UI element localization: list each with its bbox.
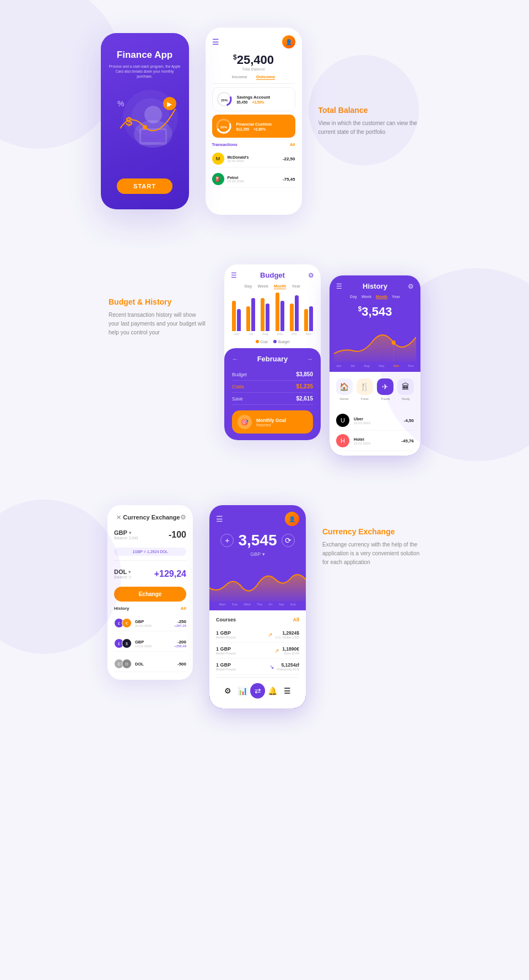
monthly-goal-button[interactable]: 🎯 Monthly Goal Reached: [232, 410, 313, 434]
hotel-transaction[interactable]: H Hotel 22.02.2020 -45,76: [336, 431, 414, 451]
course-item-usd[interactable]: 1 GBP British Pound ↗ 1,2924$ U.S. Dolla…: [216, 627, 299, 643]
app-subtitle: Process and a cash-back program, the App…: [109, 64, 181, 79]
exchange-rate-bar: 1GBP = 1,2924 DOL: [114, 548, 186, 556]
tab-outcome[interactable]: Outcome: [256, 74, 276, 80]
trend-down-icon: ↘: [269, 664, 274, 670]
history-tabs: Day Week Month Year: [330, 295, 420, 302]
cushion-account-row[interactable]: 50% Financial Cushion $12,350 +2,80%: [212, 115, 295, 138]
history-x-labels: JunJulAugSepOctNov: [330, 362, 420, 370]
bar-chart: Jun Jul Aug Sep Oct: [224, 294, 321, 338]
svg-text:▶: ▶: [167, 100, 172, 108]
nav-alert-icon[interactable]: 🔔: [265, 683, 280, 699]
curr-menu-icon[interactable]: ☰: [216, 515, 223, 523]
curr-amount: 3,545: [238, 532, 277, 549]
course-item-eur[interactable]: 1 GBP British Pound ↗ 1,1890€ Euro EUR: [216, 643, 299, 659]
savings-info: Savings Account $5,450 +3,50%: [237, 95, 292, 104]
htab-day[interactable]: Day: [350, 295, 357, 299]
uber-icon: U: [336, 414, 349, 427]
history-menu-icon[interactable]: ☰: [336, 283, 342, 290]
uber-transaction[interactable]: U Uber 22.02.2020 -4,50: [336, 410, 414, 431]
htab-year[interactable]: Year: [392, 295, 400, 299]
currency-wave-chart: [209, 560, 306, 602]
prev-month-icon[interactable]: ←: [232, 355, 239, 363]
balance-display: $25,400 Total Balance: [212, 53, 295, 71]
user-avatar[interactable]: 👤: [282, 35, 295, 48]
travel-category[interactable]: ✈ Travel: [377, 378, 393, 400]
budget-phones-container: ☰ Budget ⚙ Day Week Month Year Jun Jul: [224, 264, 420, 456]
close-icon[interactable]: ✕: [114, 513, 123, 522]
exchange-phone: ✕ Currency Exchange ⚙ GBP ▾ Balance: 3,5…: [107, 505, 193, 680]
budget-phone: ☰ Budget ⚙ Day Week Month Year Jun Jul: [224, 264, 321, 440]
exchange-history-item[interactable]: D O DOL -500: [114, 656, 186, 672]
travel-icon: ✈: [377, 378, 393, 395]
goal-sub: Reached: [256, 423, 286, 427]
tab-week[interactable]: Week: [257, 284, 268, 289]
nav-menu-icon[interactable]: ☰: [280, 683, 295, 699]
finance-app-phone: Finance App Process and a cash-back prog…: [101, 33, 189, 209]
currency-bottom-nav: ⚙ 📊 ⇄ 🔔 ☰: [216, 677, 299, 702]
balance-tabs: Income Outcome: [212, 74, 295, 80]
study-icon: 🏛: [397, 378, 414, 395]
nav-exchange-icon[interactable]: ⇄: [250, 683, 265, 699]
transactions-header: Transactions All: [212, 142, 295, 147]
tab-income[interactable]: Income: [232, 74, 247, 80]
budget-title: Budget: [237, 271, 308, 279]
history-transactions: U Uber 22.02.2020 -4,50 H Hotel 22.02.20…: [330, 406, 420, 456]
curr-type: GBP ▾: [209, 551, 306, 557]
home-category[interactable]: 🏠 Home: [336, 378, 353, 400]
start-button[interactable]: START: [117, 178, 172, 194]
section2: Budget & History Recent transaction hist…: [0, 248, 529, 489]
petrol-icon: ⛽: [212, 173, 224, 185]
chart-legend: Cost Budget: [224, 338, 321, 348]
section3-desc-text: Exchange currency with the help of the a…: [322, 540, 422, 567]
usd-icon: $: [122, 638, 132, 648]
htab-week[interactable]: Week: [361, 295, 371, 299]
budget-menu-icon[interactable]: ☰: [231, 272, 237, 279]
tab-year[interactable]: Year: [292, 284, 300, 289]
section3: ✕ Currency Exchange ⚙ GBP ▾ Balance: 3,5…: [0, 489, 529, 741]
trend-up-icon: ↗: [268, 632, 272, 638]
svg-point-3: [144, 106, 162, 123]
budget-tabs: Day Week Month Year: [224, 284, 321, 294]
tab-day[interactable]: Day: [245, 284, 252, 289]
nav-settings-icon[interactable]: ⚙: [220, 683, 235, 699]
exchange-history-item[interactable]: £ € GBP 20.02.2020 -250 +297,25: [114, 615, 186, 631]
tab-month[interactable]: Month: [274, 284, 287, 289]
study-category[interactable]: 🏛 Study: [397, 378, 414, 400]
transaction-row[interactable]: ⛽ Petrol 22.02.2020 -75,45: [212, 171, 295, 188]
eur-icon: €: [122, 618, 132, 628]
exchange-filter-icon[interactable]: ⚙: [180, 513, 186, 521]
htab-month[interactable]: Month: [376, 295, 387, 299]
next-month-icon[interactable]: →: [306, 355, 313, 363]
savings-account-row[interactable]: 25% Savings Account $5,450 +3,50%: [212, 87, 295, 111]
curr-more-icon[interactable]: ⟳: [282, 534, 295, 547]
exchange-button[interactable]: Echange: [114, 587, 186, 602]
svg-text:%: %: [117, 99, 125, 108]
budget-filter-icon[interactable]: ⚙: [308, 272, 314, 279]
dol2-icon: O: [122, 659, 132, 669]
gbp-row: GBP ▾ Balance: 3,543 -100: [114, 526, 186, 543]
trend-up-icon2: ↗: [274, 648, 279, 654]
curr-add-icon[interactable]: +: [220, 534, 234, 547]
nav-chart-icon[interactable]: 📊: [235, 683, 250, 699]
history-amount: $3,543: [330, 302, 420, 323]
course-item-pln[interactable]: 1 GBP British Pound ↘ 5,1254zł Policyznt…: [216, 659, 299, 675]
section2-desc-text: Recent transaction history will show you…: [109, 311, 208, 337]
currency-courses: Courses All 1 GBP British Pound ↗ 1,2924…: [209, 610, 306, 708]
balance-header: ☰ 👤: [212, 35, 295, 48]
exchange-history-item[interactable]: £ $ GBP 13.02.2020 -200 +258,48: [114, 636, 186, 652]
curr-avatar[interactable]: 👤: [285, 512, 299, 526]
history-chart: [330, 323, 420, 362]
history-filter-icon[interactable]: ⚙: [408, 283, 414, 290]
food-icon: 🍴: [357, 378, 373, 395]
app-illustration: $ % ▶: [115, 84, 175, 150]
history-phone: ☰ History ⚙ Day Week Month Year $3,543: [330, 275, 420, 456]
home-icon: 🏠: [336, 378, 353, 395]
svg-rect-5: [141, 130, 165, 142]
balance-label: Total Balance: [212, 67, 295, 71]
food-category[interactable]: 🍴 Food: [357, 378, 373, 400]
budget-item: Budget $3,850: [232, 369, 313, 381]
transaction-row[interactable]: M McDonald's 22.02.2020 -22,50: [212, 150, 295, 167]
exchange-title: Currency Exchange: [123, 514, 180, 521]
menu-icon[interactable]: ☰: [212, 37, 219, 46]
